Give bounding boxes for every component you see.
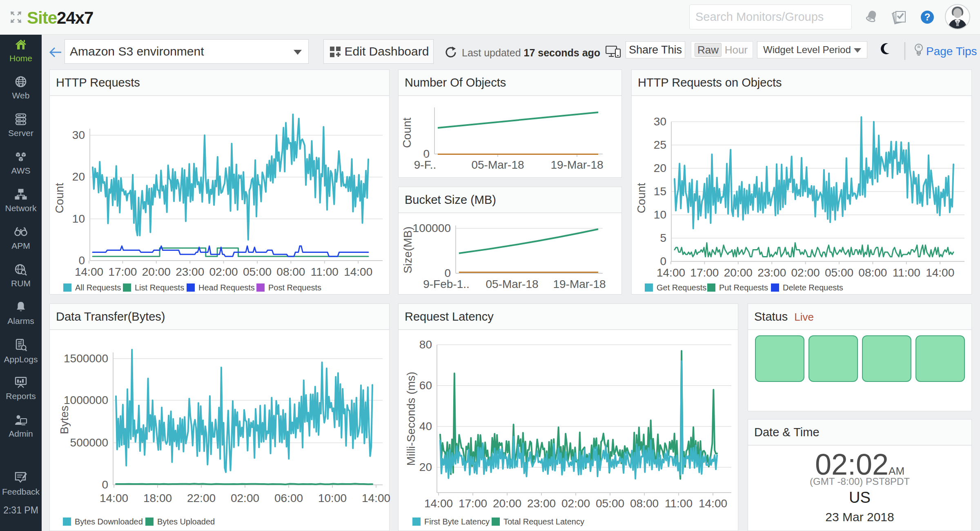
svg-text:14:00: 14:00 — [100, 492, 128, 504]
svg-text:30: 30 — [72, 129, 85, 141]
svg-text:17:00: 17:00 — [690, 266, 719, 279]
svg-text:1000000: 1000000 — [64, 394, 108, 406]
svg-text:9-Feb-1..: 9-Feb-1.. — [423, 278, 470, 290]
svg-text:20: 20 — [72, 170, 85, 183]
svg-text:05:00: 05:00 — [825, 266, 853, 279]
svg-text:19-Mar-18: 19-Mar-18 — [553, 278, 606, 290]
svg-text:Milli-Seconds (ms): Milli-Seconds (ms) — [405, 372, 417, 466]
svg-text:14:00: 14:00 — [926, 266, 954, 279]
svg-text:100000: 100000 — [413, 222, 451, 234]
svg-text:9-F..: 9-F.. — [414, 158, 436, 171]
svg-text:23:00: 23:00 — [176, 266, 204, 278]
svg-text:14:00: 14:00 — [424, 497, 453, 510]
svg-text:14:00: 14:00 — [699, 497, 727, 510]
svg-text:60: 60 — [419, 379, 432, 392]
svg-text:23:00: 23:00 — [757, 266, 786, 279]
svg-text:10:00: 10:00 — [318, 492, 347, 504]
svg-text:11:00: 11:00 — [893, 266, 920, 279]
svg-text:06:00: 06:00 — [274, 492, 303, 504]
svg-text:1500000: 1500000 — [64, 352, 108, 365]
svg-text:40: 40 — [419, 420, 432, 433]
svg-text:80: 80 — [419, 338, 432, 351]
svg-text:20:00: 20:00 — [493, 497, 521, 510]
svg-text:25: 25 — [654, 138, 666, 151]
svg-text:05:00: 05:00 — [243, 266, 272, 278]
svg-text:22:00: 22:00 — [187, 492, 216, 504]
svg-text:17:00: 17:00 — [108, 266, 137, 278]
svg-text:08:00: 08:00 — [276, 266, 305, 278]
svg-text:11:00: 11:00 — [311, 266, 339, 278]
svg-text:08:00: 08:00 — [630, 497, 659, 510]
svg-text:20: 20 — [419, 461, 432, 473]
svg-text:18:00: 18:00 — [143, 492, 172, 504]
svg-text:14:00: 14:00 — [75, 266, 103, 278]
svg-text:23:00: 23:00 — [527, 497, 556, 510]
svg-text:11:00: 11:00 — [665, 497, 693, 510]
svg-text:0: 0 — [660, 255, 666, 268]
svg-text:02:00: 02:00 — [561, 497, 590, 510]
svg-text:05-Mar-18: 05-Mar-18 — [471, 158, 524, 171]
svg-text:14:00: 14:00 — [362, 492, 390, 504]
svg-text:5: 5 — [660, 232, 666, 244]
svg-text:02:00: 02:00 — [231, 492, 259, 504]
svg-text:05-Mar-18: 05-Mar-18 — [486, 278, 538, 290]
svg-text:Bytes: Bytes — [58, 406, 71, 434]
svg-text:15: 15 — [654, 185, 666, 198]
svg-text:02:00: 02:00 — [791, 266, 820, 279]
svg-text:02:00: 02:00 — [209, 266, 238, 278]
svg-text:Size(MB): Size(MB) — [401, 226, 414, 273]
svg-text:14:00: 14:00 — [344, 266, 372, 278]
svg-text:14:00: 14:00 — [657, 266, 685, 279]
svg-text:10: 10 — [72, 212, 85, 225]
svg-text:20:00: 20:00 — [724, 266, 753, 279]
svg-text:0: 0 — [78, 254, 85, 267]
svg-text:17:00: 17:00 — [459, 497, 487, 510]
svg-text:Count: Count — [53, 183, 66, 213]
svg-text:20: 20 — [654, 162, 666, 174]
svg-text:Count: Count — [401, 117, 413, 148]
svg-text:500000: 500000 — [70, 436, 108, 449]
svg-text:20:00: 20:00 — [142, 266, 171, 278]
svg-text:30: 30 — [654, 115, 666, 128]
svg-text:19-Mar-18: 19-Mar-18 — [550, 158, 603, 171]
svg-text:Count: Count — [635, 183, 648, 213]
svg-text:05:00: 05:00 — [596, 497, 624, 510]
svg-text:10: 10 — [654, 208, 666, 221]
svg-text:08:00: 08:00 — [858, 266, 887, 279]
svg-text:0: 0 — [102, 478, 108, 491]
